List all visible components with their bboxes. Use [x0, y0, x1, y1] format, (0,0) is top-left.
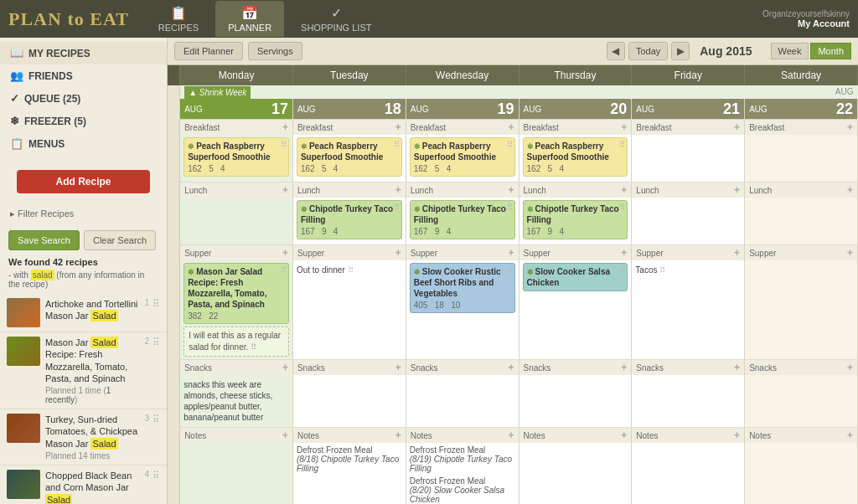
tue-supper: Supper+ Out to dinner ⠿: [292, 245, 406, 360]
add-meal-button[interactable]: +: [395, 247, 401, 259]
drag-handle[interactable]: ⠿: [152, 470, 160, 481]
add-note-button[interactable]: +: [734, 429, 740, 441]
add-meal-button[interactable]: +: [509, 184, 514, 196]
add-note-button[interactable]: +: [395, 429, 401, 441]
sidebar-item-queue[interactable]: ✓ QUEUE (25): [0, 87, 167, 110]
add-meal-button[interactable]: +: [621, 247, 627, 259]
save-search-button[interactable]: Save Search: [8, 230, 80, 250]
header-tuesday: Tuesday: [292, 65, 406, 85]
drag-handle[interactable]: ⠿: [152, 414, 160, 425]
edit-planner-button[interactable]: Edit Planner: [174, 42, 243, 60]
meal-label: Snacks: [184, 363, 212, 373]
sidebar-item-friends[interactable]: 👥 FRIENDS: [0, 64, 167, 87]
add-note-button[interactable]: +: [282, 429, 288, 441]
add-meal-button[interactable]: +: [734, 121, 740, 133]
nav-planner[interactable]: 📅 PLANNER: [215, 1, 284, 37]
add-meal-button[interactable]: +: [847, 121, 853, 133]
add-meal-button[interactable]: +: [282, 247, 288, 259]
fri-num: 21: [723, 101, 740, 116]
recipe-card[interactable]: ✽Chipotle Turkey Taco Filling 167 9 4 ⠿: [297, 200, 402, 239]
drag-handle[interactable]: ⠿: [152, 337, 160, 348]
add-recipe-button[interactable]: Add Recipe: [17, 170, 150, 193]
sat-snacks: Snacks+: [745, 360, 858, 428]
thu-lunch: Lunch+ ✽Chipotle Turkey Taco Filling 167…: [519, 183, 632, 245]
add-meal-button[interactable]: +: [509, 247, 514, 259]
menus-icon: 📋: [10, 137, 23, 150]
search-buttons: Save Search Clear Search: [0, 224, 167, 254]
add-meal-button[interactable]: +: [395, 121, 401, 133]
recipe-card[interactable]: ✽Slow Cooker Salsa Chicken ⠿: [523, 263, 628, 291]
add-meal-button[interactable]: +: [621, 184, 627, 196]
thu-snacks: Snacks+: [519, 360, 632, 428]
servings-button[interactable]: Servings: [248, 42, 302, 60]
sat-aug: AUG: [749, 105, 768, 114]
recipe-card[interactable]: ✽Chipotle Turkey Taco Filling 167 9 4 ⠿: [523, 200, 628, 239]
recipe-card[interactable]: ✽Peach Raspberry Superfood Smoothie 162 …: [523, 137, 628, 177]
prev-month-button[interactable]: ◀: [607, 42, 625, 60]
add-meal-button[interactable]: +: [509, 121, 514, 133]
add-meal-button[interactable]: +: [395, 184, 401, 196]
shrink-week-cell: ▲ Shrink Week AUG: [180, 85, 858, 99]
sidebar-item-freezer[interactable]: ❄ FREEZER (5): [0, 110, 167, 132]
thu-num: 20: [610, 101, 627, 116]
supper-plain-text: Tacos ⠿: [635, 263, 741, 277]
add-meal-button[interactable]: +: [621, 362, 627, 373]
shrink-week-label[interactable]: ▲ Shrink Week: [184, 86, 251, 99]
week-view-button[interactable]: Week: [771, 43, 809, 59]
my-account-link[interactable]: My Account: [762, 18, 850, 28]
sat-breakfast: Breakfast+: [745, 120, 858, 183]
list-item[interactable]: Artichoke and Tortellini Mason Jar Salad…: [0, 294, 167, 332]
recipe-card[interactable]: ✽Mason Jar Salad Recipe: Fresh Mozzarell…: [183, 263, 289, 324]
recipe-card[interactable]: ✽Peach Raspberry Superfood Smoothie 162 …: [297, 137, 402, 177]
add-meal-button[interactable]: +: [282, 121, 288, 133]
today-button[interactable]: Today: [628, 42, 668, 60]
view-buttons: Week Month: [771, 43, 852, 59]
note-drag-icon[interactable]: ⠿: [251, 342, 256, 352]
add-meal-button[interactable]: +: [847, 247, 853, 259]
supper-plain-text: Out to dinner ⠿: [297, 263, 402, 277]
drag-handle[interactable]: ⠿: [152, 298, 160, 310]
add-meal-button[interactable]: +: [847, 184, 853, 196]
account-area: Organizeyourselfskinny My Account: [762, 9, 850, 28]
add-meal-button[interactable]: +: [734, 184, 740, 196]
add-meal-button[interactable]: +: [282, 362, 288, 373]
list-item[interactable]: Turkey, Sun-dried Tomatoes, & Chickpea M…: [0, 409, 167, 465]
add-meal-button[interactable]: +: [395, 362, 401, 373]
sidebar-item-my-recipes[interactable]: 📖 MY RECIPES: [0, 42, 167, 64]
month-view-button[interactable]: Month: [810, 43, 851, 59]
plain-text-drag[interactable]: ⠿: [348, 265, 354, 275]
recipe-card[interactable]: ✽Peach Raspberry Superfood Smoothie 162 …: [410, 137, 515, 177]
sidebar-item-menus[interactable]: 📋 MENUS: [0, 132, 167, 155]
filter-recipes-link[interactable]: ▸ Filter Recipes: [0, 204, 167, 224]
clear-search-button[interactable]: Clear Search: [84, 230, 156, 250]
add-note-button[interactable]: +: [509, 429, 514, 441]
day-header-mon: AUG 17: [180, 99, 293, 120]
recipe-card[interactable]: ✽Peach Raspberry Superfood Smoothie 162 …: [183, 137, 289, 177]
recipe-card[interactable]: ✽Slow Cooker Rustic Beef Short Ribs and …: [410, 263, 515, 313]
add-meal-button[interactable]: +: [734, 247, 740, 259]
meal-label: Snacks: [411, 363, 438, 373]
my-recipes-icon: 📖: [10, 47, 23, 59]
day-header-wed: AUG 19: [406, 99, 519, 120]
nav-items: 📋 RECIPES 📅 PLANNER ✓ SHOPPING LIST: [146, 1, 762, 37]
nav-shopping[interactable]: ✓ SHOPPING LIST: [288, 1, 384, 37]
add-meal-button[interactable]: +: [734, 362, 740, 373]
plain-drag[interactable]: ⠿: [659, 265, 665, 275]
sat-supper: Supper+: [745, 245, 858, 360]
nav-recipes[interactable]: 📋 RECIPES: [146, 1, 211, 37]
fri-notes: Notes+: [632, 428, 745, 505]
add-meal-button[interactable]: +: [847, 362, 853, 373]
logo[interactable]: PLAN to EAT: [8, 8, 129, 30]
meal-label: Supper: [636, 249, 663, 258]
add-note-button[interactable]: +: [847, 429, 853, 441]
add-meal-button[interactable]: +: [509, 362, 514, 373]
recipe-card[interactable]: ✽Chipotle Turkey Taco Filling 167 9 4 ⠿: [410, 200, 515, 239]
fri-snacks: Snacks+: [632, 360, 745, 428]
list-item[interactable]: Mason Jar Salad Recipe: Fresh Mozzarella…: [0, 332, 167, 409]
add-note-button[interactable]: +: [621, 429, 627, 441]
add-meal-button[interactable]: +: [282, 184, 288, 196]
first-col-notes: [168, 428, 180, 505]
list-item[interactable]: Chopped Black Bean and Corn Mason Jar Sa…: [0, 465, 167, 504]
next-month-button[interactable]: ▶: [671, 42, 690, 60]
add-meal-button[interactable]: +: [621, 121, 627, 133]
